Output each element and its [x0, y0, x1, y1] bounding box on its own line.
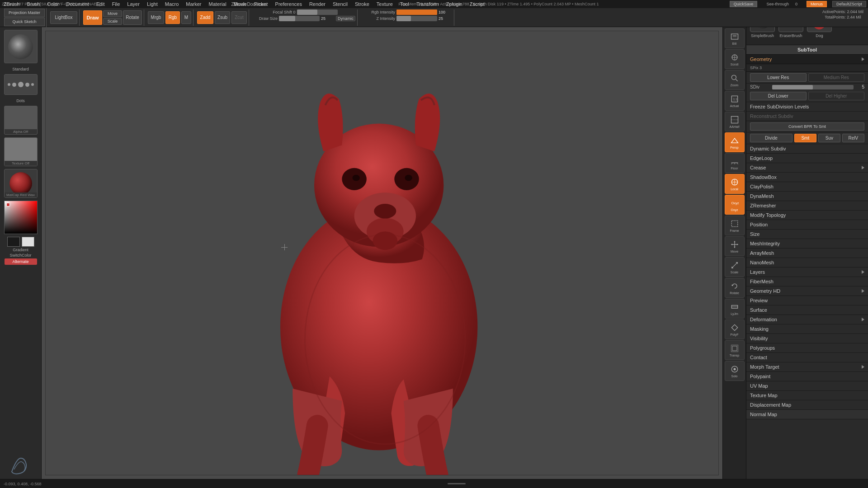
- contact-item[interactable]: Contact: [746, 353, 868, 362]
- foreground-swatch[interactable]: [7, 237, 20, 247]
- del-higher-button[interactable]: Del Higher: [808, 92, 865, 100]
- color-picker[interactable]: [4, 201, 38, 234]
- right-scroll-area[interactable]: Geometry SPix 3 Lower Res Medium Res SDi…: [746, 55, 868, 488]
- dynamic-subdiv-item[interactable]: Dynamic Subdiv: [746, 144, 868, 154]
- material-preview[interactable]: MatCap Red Wax: [4, 169, 38, 198]
- geometry-section-header[interactable]: Geometry: [746, 55, 868, 64]
- dyna-mesh-item[interactable]: DynaMesh: [746, 192, 868, 201]
- floor-icon-btn[interactable]: Floor: [725, 153, 745, 173]
- menu-document[interactable]: Document: [65, 1, 91, 7]
- mesh-integrity-item[interactable]: MeshIntegrity: [746, 239, 868, 249]
- edge-loop-item[interactable]: EdgeLoop: [746, 154, 868, 163]
- menu-marker[interactable]: Marker: [184, 1, 203, 7]
- layers-item[interactable]: Layers: [746, 267, 868, 277]
- rotate-button[interactable]: Rotate: [123, 10, 142, 25]
- scale-icon-btn[interactable]: Scale: [725, 257, 745, 277]
- sdiv-slider[interactable]: [772, 85, 854, 89]
- rotate-icon-btn[interactable]: Rotate: [725, 278, 745, 298]
- menu-color[interactable]: Color: [45, 1, 61, 7]
- zsub-button[interactable]: Zsub: [215, 11, 230, 24]
- alternate-button[interactable]: Alternate: [5, 258, 37, 265]
- frame-icon-btn[interactable]: Frame: [725, 216, 745, 235]
- normal-map-item[interactable]: Normal Map: [746, 410, 868, 419]
- size-item[interactable]: Size: [746, 230, 868, 239]
- uv-map-item[interactable]: UV Map: [746, 381, 868, 391]
- mrgb-button[interactable]: Mrgb: [148, 11, 164, 24]
- masking-item[interactable]: Masking: [746, 324, 868, 334]
- fiber-mesh-item[interactable]: FiberMesh: [746, 277, 868, 286]
- focal-shift-slider[interactable]: [297, 9, 338, 15]
- modify-topology-item[interactable]: Modify Topology: [746, 211, 868, 220]
- brush-preview[interactable]: [4, 30, 38, 63]
- lower-res-button[interactable]: Lower Res: [750, 73, 807, 82]
- menu-texture[interactable]: Texture: [375, 1, 395, 7]
- freeze-subdiv-item[interactable]: Freeze SubDivision Levels: [746, 102, 868, 112]
- geometry-hd-item[interactable]: Geometry HD: [746, 286, 868, 296]
- z-intensity-slider[interactable]: [396, 16, 437, 21]
- actual-icon-btn[interactable]: 1:1 Actual: [725, 91, 745, 111]
- background-swatch[interactable]: [22, 237, 34, 247]
- scale-button[interactable]: Scale: [103, 18, 122, 25]
- suv-button[interactable]: Suv: [818, 134, 840, 142]
- draw-button[interactable]: Draw: [83, 10, 102, 25]
- menu-render[interactable]: Render: [307, 1, 327, 7]
- rgb-button[interactable]: Rgb: [165, 11, 180, 24]
- persp-icon-btn[interactable]: Persp: [725, 132, 745, 152]
- menu-brush[interactable]: Brush: [25, 1, 42, 7]
- clay-polish-item[interactable]: ClayPolish: [746, 182, 868, 192]
- relv-button[interactable]: RelV: [842, 134, 864, 142]
- projection-master-button[interactable]: Projection Master: [4, 9, 45, 17]
- move-icon-btn[interactable]: Move: [725, 236, 745, 256]
- reconstruct-subdiv-item[interactable]: Reconstruct Subdiv: [746, 112, 868, 121]
- menu-transform[interactable]: Transform: [415, 1, 441, 7]
- z-remesher-item[interactable]: ZRemesher: [746, 201, 868, 211]
- solo-icon-btn[interactable]: Solo: [725, 361, 745, 381]
- menu-tool[interactable]: Tool: [398, 1, 411, 7]
- lyjm-icon-btn[interactable]: LyJm: [725, 299, 745, 319]
- dynamic-button[interactable]: Dynamic: [336, 16, 355, 21]
- transp-icon-btn[interactable]: Transp: [725, 340, 745, 360]
- menus-button[interactable]: Menus: [807, 1, 827, 7]
- lightbox-button[interactable]: LightBox: [50, 11, 77, 24]
- polypaint-item[interactable]: Polypaint: [746, 372, 868, 381]
- position-item[interactable]: Position: [746, 220, 868, 230]
- bill-icon-btn[interactable]: Bill: [725, 28, 745, 48]
- crease-item[interactable]: Crease: [746, 163, 868, 173]
- rgb-intensity-slider[interactable]: [396, 9, 437, 15]
- zadd-button[interactable]: Zadd: [197, 11, 213, 24]
- visibility-item[interactable]: Visibility: [746, 334, 868, 343]
- zscript-button[interactable]: DefaultZScript: [832, 1, 866, 7]
- polygroups-item[interactable]: Polygroups: [746, 343, 868, 353]
- menu-preferences[interactable]: Preferences: [274, 1, 304, 7]
- smt-button[interactable]: Smt: [794, 134, 816, 142]
- shadow-box-item[interactable]: ShadowBox: [746, 173, 868, 182]
- canvas-area[interactable]: [42, 27, 722, 479]
- dots-brush-preview[interactable]: [4, 74, 38, 95]
- morph-target-item[interactable]: Morph Target: [746, 362, 868, 372]
- del-lower-button[interactable]: Del Lower: [750, 92, 807, 100]
- divide-button[interactable]: Divide: [750, 134, 793, 142]
- zcut-button[interactable]: Zcut: [231, 11, 247, 24]
- scroll-icon-btn[interactable]: Scroll: [725, 49, 745, 69]
- nano-mesh-item[interactable]: NanoMesh: [746, 258, 868, 267]
- menu-light[interactable]: Light: [145, 1, 160, 7]
- menu-picker[interactable]: Picker: [252, 1, 270, 7]
- draw-size-slider[interactable]: [279, 16, 320, 21]
- texture-preview[interactable]: Texture Off: [4, 137, 38, 166]
- menu-edit[interactable]: Edit: [94, 1, 107, 7]
- medium-res-button[interactable]: Medium Res: [808, 73, 865, 82]
- preview-item[interactable]: Preview: [746, 296, 868, 305]
- quick-sketch-button[interactable]: Quick Sketch: [4, 18, 45, 26]
- menu-material[interactable]: Material: [207, 1, 228, 7]
- texture-map-item[interactable]: Texture Map: [746, 391, 868, 400]
- alpha-preview[interactable]: Alpha Off: [4, 106, 38, 135]
- menu-file[interactable]: File: [110, 1, 122, 7]
- menu-movie[interactable]: Movie: [232, 1, 249, 7]
- convert-button[interactable]: Convert BPR To Smt: [750, 122, 864, 131]
- move-button[interactable]: Move: [103, 10, 122, 17]
- local-icon-btn[interactable]: Local: [725, 174, 745, 194]
- m-button[interactable]: M: [181, 11, 191, 24]
- polyf-icon-btn[interactable]: PolyF: [725, 319, 745, 339]
- menu-zscript[interactable]: Zscript: [468, 1, 486, 7]
- displacement-map-item[interactable]: Displacement Map: [746, 400, 868, 410]
